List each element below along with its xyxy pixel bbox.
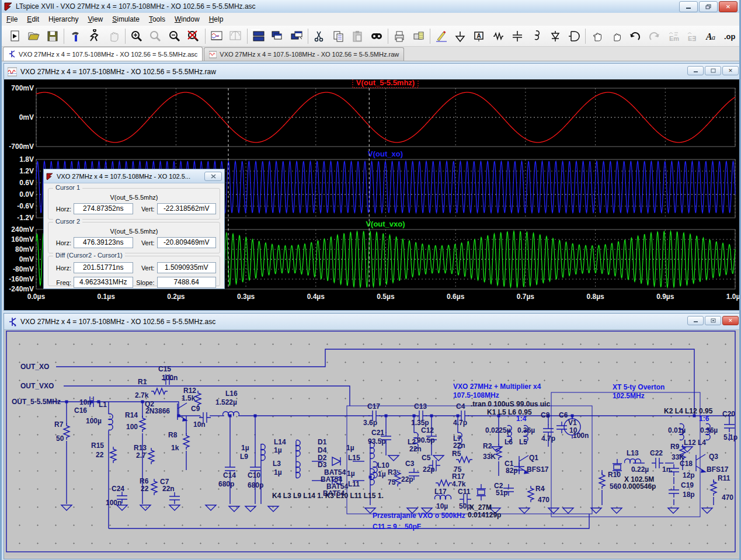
move-icon[interactable] <box>587 28 606 44</box>
component-label[interactable]: 10µ <box>436 502 448 510</box>
cursor-dialog-close-button[interactable] <box>204 172 222 181</box>
schematic-annotation[interactable]: 1:4 <box>516 415 526 423</box>
component-label[interactable]: 22p <box>423 465 435 474</box>
menu-edit[interactable]: Edit <box>22 13 44 25</box>
component-label[interactable]: 1µ <box>347 469 355 478</box>
restore-button[interactable] <box>699 1 718 12</box>
menu-window[interactable]: Window <box>170 13 204 25</box>
component-label[interactable]: 33K <box>483 453 496 461</box>
undo-icon[interactable] <box>625 28 644 44</box>
capacitor-icon[interactable] <box>508 28 527 44</box>
component-label[interactable]: 75 <box>388 478 395 486</box>
component-label[interactable]: 0.01µ <box>668 426 686 434</box>
component-label[interactable]: 1k <box>171 444 179 452</box>
schematic-annotation[interactable]: C11 = 9....50pF <box>373 523 421 531</box>
component-label[interactable]: 1µ <box>274 468 282 476</box>
inductor-icon[interactable] <box>527 28 545 44</box>
halt-icon[interactable] <box>104 28 123 44</box>
redo-icon[interactable] <box>645 28 663 44</box>
tile-vertical-icon[interactable] <box>287 28 306 44</box>
component-label[interactable]: C9 <box>191 405 200 413</box>
component-label[interactable]: C16 <box>74 406 87 415</box>
component-label[interactable]: C24 <box>112 485 124 493</box>
component-label[interactable]: V1 <box>568 419 577 427</box>
schem-minimize-button[interactable] <box>687 316 704 325</box>
find-icon[interactable] <box>367 28 385 44</box>
spice-directive-text[interactable]: X_27M <box>469 503 492 512</box>
component-label[interactable]: 50 <box>56 434 64 443</box>
component-label[interactable]: C13 <box>414 402 427 411</box>
minimize-button[interactable] <box>679 1 698 12</box>
component-label[interactable]: L3 <box>273 460 281 468</box>
zoom-back-icon[interactable] <box>146 28 165 44</box>
component-label[interactable]: L15 <box>348 454 360 462</box>
component-label[interactable]: C4 <box>456 402 465 411</box>
component-label[interactable]: 1µ <box>241 444 249 452</box>
component-label[interactable]: C17 <box>367 402 380 411</box>
spice-directive-text[interactable]: .tran 0 100uS 99.0us uic <box>471 400 550 408</box>
component-label[interactable]: 3.6p <box>363 419 377 427</box>
component-label[interactable]: 0.0225µ <box>485 426 511 434</box>
cursor-dialog[interactable]: VXO 27MHz x 4 = 107.5-108MHz - XO 102.5.… <box>43 169 225 289</box>
spice-directive-text[interactable]: K4 L3 L9 L14 1. K3 L10 L11 L15 1. <box>272 492 384 500</box>
drag-icon[interactable] <box>607 28 625 44</box>
component-label[interactable]: L6 <box>505 438 513 446</box>
spice-directive-text[interactable]: 0.000546p <box>622 482 656 491</box>
diode-icon[interactable] <box>546 28 565 44</box>
component-label[interactable]: 100n <box>106 499 121 507</box>
paste-icon[interactable] <box>348 28 367 44</box>
new-schematic-icon[interactable] <box>5 28 24 44</box>
component-label[interactable]: C12 <box>421 426 434 434</box>
component-label[interactable]: 680p <box>248 481 263 489</box>
component-label[interactable]: 1.522µ <box>215 398 237 406</box>
component-label[interactable]: R8 <box>168 431 177 439</box>
component-label[interactable]: L13 <box>627 449 639 457</box>
component-label[interactable]: BFS17 <box>707 465 728 474</box>
component-label[interactable]: 93.5p <box>368 437 386 446</box>
menu-view[interactable]: View <box>83 13 107 25</box>
component-label[interactable]: C20 <box>722 410 735 418</box>
component-label[interactable]: 4.7p <box>453 419 467 427</box>
component-label[interactable]: C5 <box>422 454 430 462</box>
component-label[interactable]: C6 <box>559 411 568 419</box>
close-button[interactable]: ✕ <box>719 1 737 12</box>
schematic-annotation[interactable]: XT 5-ty Overton <box>613 383 665 391</box>
component-icon[interactable] <box>565 28 583 44</box>
component-label[interactable]: R14 <box>125 411 138 419</box>
spice-directive-icon[interactable]: .op <box>721 28 739 44</box>
component-label[interactable]: C19 <box>681 481 694 489</box>
component-label[interactable]: 1µ <box>274 446 282 454</box>
component-label[interactable]: 100 <box>126 423 138 431</box>
wave-minimize-button[interactable] <box>687 66 704 75</box>
component-label[interactable]: 22p <box>401 475 413 484</box>
cursor1-vert-value[interactable]: -22.318562mV <box>157 203 217 214</box>
net-label-icon[interactable]: A <box>470 28 489 44</box>
component-label[interactable]: R2 <box>483 442 492 450</box>
component-label[interactable]: 22n <box>409 445 422 453</box>
component-label[interactable]: C3 <box>405 460 414 468</box>
spice-directive-text[interactable]: 0.014129p <box>468 511 501 519</box>
net-port-label[interactable]: OUT_VXO <box>20 382 54 390</box>
component-label[interactable]: C15 <box>158 365 171 373</box>
tab-waveform[interactable]: VXO 27MHz x 4 = 107.5-108MHz - XO 102.56… <box>204 47 404 61</box>
component-label[interactable]: D4 <box>318 446 326 454</box>
zoom-full-extents-icon[interactable] <box>184 28 203 44</box>
trace-label[interactable]: V(out_vxo) <box>366 220 405 228</box>
schematic-annotation[interactable]: 102.5MHz <box>613 392 645 400</box>
component-label[interactable]: C22 <box>650 449 663 457</box>
component-label[interactable]: L9 <box>240 453 248 461</box>
component-label[interactable]: 5.1p <box>723 433 737 441</box>
cursor2-vert-value[interactable]: -20.809469mV <box>157 237 217 248</box>
component-label[interactable]: 0.22µ <box>631 465 649 474</box>
zoom-in-icon[interactable] <box>127 28 146 44</box>
component-label[interactable]: 680p <box>218 480 234 488</box>
component-label[interactable]: 0.36µ <box>517 426 535 434</box>
menu-hierarchy[interactable]: Hierarchy <box>44 13 83 25</box>
component-label[interactable]: 470 <box>722 493 733 502</box>
component-label[interactable]: 4.7p <box>541 434 555 443</box>
cut-icon[interactable] <box>310 28 329 44</box>
component-label[interactable]: C14 <box>223 471 236 479</box>
component-label[interactable]: D3 <box>318 461 326 469</box>
zoom-out-icon[interactable] <box>165 28 184 44</box>
schematic-canvas[interactable]: OUT_XOOUT_VXOOUT_5-5.5MHz10nC16L1100µR75… <box>5 330 738 556</box>
